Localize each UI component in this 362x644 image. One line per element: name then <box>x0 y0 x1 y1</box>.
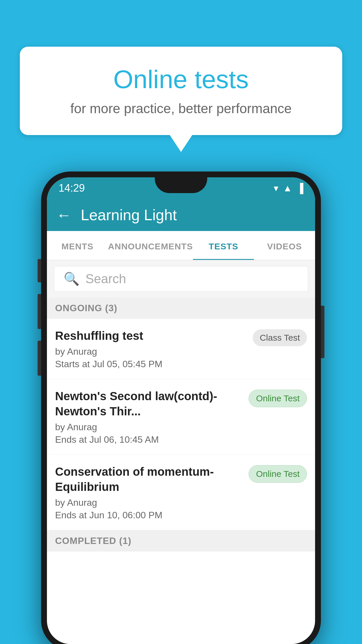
test-list: Reshuffling test by Anurag Starts at Jul… <box>47 319 315 530</box>
test-name-1: Reshuffling test <box>55 328 246 343</box>
phone-screen: 14:29 ▾ ▲ ▐ ← Learning Light MENTS ANNOU… <box>47 177 315 644</box>
test-time-3: Ends at Jun 10, 06:00 PM <box>55 510 242 521</box>
app-title: Learning Light <box>81 206 177 224</box>
test-time-1: Starts at Jul 05, 05:45 PM <box>55 359 246 370</box>
phone-frame: 14:29 ▾ ▲ ▐ ← Learning Light MENTS ANNOU… <box>41 172 321 644</box>
status-icons: ▾ ▲ ▐ <box>274 183 303 194</box>
speech-bubble-container: Online tests for more practice, better p… <box>20 47 342 152</box>
speech-bubble-subtitle: for more practice, better performance <box>43 101 319 116</box>
search-box[interactable]: 🔍 Search <box>54 266 308 292</box>
phone-side-button-right <box>321 306 324 358</box>
back-button[interactable]: ← <box>56 206 71 224</box>
test-author-2: by Anurag <box>55 422 242 433</box>
test-item-2[interactable]: Newton's Second law(contd)-Newton's Thir… <box>47 379 315 455</box>
test-name-3: Conservation of momentum-Equilibrium <box>55 464 242 494</box>
test-item-1[interactable]: Reshuffling test by Anurag Starts at Jul… <box>47 319 315 379</box>
search-placeholder: Search <box>85 272 126 286</box>
completed-section-header: COMPLETED (1) <box>47 530 315 552</box>
test-item-3[interactable]: Conservation of momentum-Equilibrium by … <box>47 455 315 530</box>
speech-bubble: Online tests for more practice, better p… <box>20 47 342 135</box>
tab-ments[interactable]: MENTS <box>47 234 108 260</box>
signal-icon: ▲ <box>283 183 292 194</box>
app-bar: ← Learning Light <box>47 199 315 231</box>
test-name-2: Newton's Second law(contd)-Newton's Thir… <box>55 388 242 419</box>
test-info-1: Reshuffling test by Anurag Starts at Jul… <box>55 328 246 370</box>
ongoing-section-title: ONGOING (3) <box>55 303 117 313</box>
ongoing-section-header: ONGOING (3) <box>47 298 315 319</box>
speech-bubble-tail <box>169 134 193 152</box>
battery-icon: ▐ <box>297 183 303 194</box>
test-badge-1: Class Test <box>253 329 307 346</box>
status-time: 14:29 <box>59 182 85 194</box>
tabs-bar: MENTS ANNOUNCEMENTS TESTS VIDEOS <box>47 231 315 260</box>
tab-videos[interactable]: VIDEOS <box>254 234 315 260</box>
phone-side-button-power <box>38 259 41 282</box>
test-author-1: by Anurag <box>55 346 246 357</box>
test-time-2: Ends at Jul 06, 10:45 AM <box>55 434 242 445</box>
tab-tests[interactable]: TESTS <box>193 234 254 260</box>
test-badge-2: Online Test <box>249 390 307 407</box>
wifi-icon: ▾ <box>274 183 278 194</box>
test-badge-3: Online Test <box>249 465 307 483</box>
search-icon: 🔍 <box>64 271 80 286</box>
completed-section-title: COMPLETED (1) <box>55 536 131 546</box>
test-info-2: Newton's Second law(contd)-Newton's Thir… <box>55 388 242 445</box>
phone-notch <box>155 177 207 193</box>
test-author-3: by Anurag <box>55 497 242 508</box>
test-info-3: Conservation of momentum-Equilibrium by … <box>55 464 242 521</box>
tab-announcements[interactable]: ANNOUNCEMENTS <box>108 234 193 260</box>
phone-side-button-vol-up <box>38 294 41 329</box>
phone-side-button-vol-down <box>38 341 41 376</box>
search-container: 🔍 Search <box>47 260 315 298</box>
speech-bubble-title: Online tests <box>43 65 319 94</box>
